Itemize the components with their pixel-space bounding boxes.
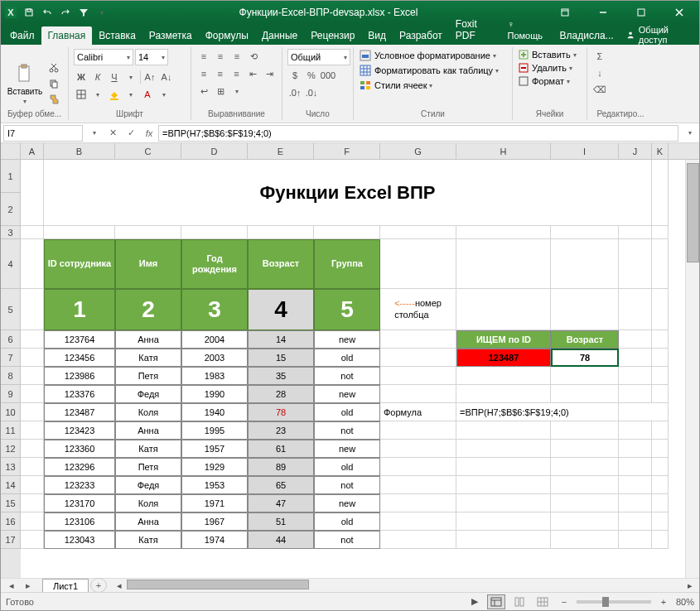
cell[interactable]: 2	[115, 289, 181, 330]
fx-icon[interactable]: fx	[140, 124, 158, 142]
cell[interactable]	[21, 403, 44, 421]
col-header-F[interactable]: F	[314, 143, 380, 159]
hscroll-left[interactable]: ◂	[112, 578, 127, 593]
vertical-scrollbar[interactable]	[685, 160, 699, 578]
cell[interactable]	[456, 531, 551, 549]
cell[interactable]: 2004	[181, 330, 248, 349]
cell[interactable]: 51	[248, 512, 314, 531]
cell[interactable]: Коля	[115, 494, 181, 512]
cell[interactable]: 123233	[44, 476, 115, 494]
cell[interactable]: Год рождения	[181, 239, 248, 289]
row-header[interactable]: 17	[1, 531, 21, 549]
align-center-icon[interactable]: ≡	[213, 66, 228, 81]
cell[interactable]	[380, 330, 456, 349]
cell[interactable]	[380, 440, 456, 458]
qat-more-icon[interactable]: ▾	[94, 4, 110, 21]
cell[interactable]	[380, 421, 456, 440]
cell[interactable]	[652, 440, 669, 458]
cell[interactable]	[21, 440, 44, 458]
cell[interactable]	[21, 531, 44, 549]
cell[interactable]	[21, 226, 44, 239]
undo-icon[interactable]	[39, 4, 56, 21]
cell[interactable]	[551, 476, 619, 494]
cell[interactable]	[551, 494, 619, 512]
cell[interactable]	[652, 512, 669, 531]
cell[interactable]	[619, 421, 652, 440]
cell[interactable]: 65	[248, 476, 314, 494]
cell[interactable]: not	[314, 367, 380, 385]
row-header[interactable]: 2	[1, 193, 21, 226]
row-header[interactable]: 4	[1, 239, 21, 289]
redo-icon[interactable]	[57, 4, 74, 21]
cell[interactable]: Формула	[380, 403, 456, 421]
tab-foxit[interactable]: Foxit PDF	[449, 15, 501, 45]
cell[interactable]: 123170	[44, 494, 115, 512]
clear-icon[interactable]: ⌫	[592, 82, 607, 97]
cell[interactable]: Имя	[115, 239, 181, 289]
cell[interactable]: 1967	[181, 512, 248, 531]
cell[interactable]: 1957	[181, 440, 248, 458]
cell[interactable]	[380, 531, 456, 549]
cell[interactable]: new	[314, 440, 380, 458]
cell[interactable]	[551, 239, 619, 289]
tab-formulas[interactable]: Формулы	[199, 26, 255, 45]
cell[interactable]	[652, 160, 669, 226]
decrease-font-icon[interactable]: A↓	[159, 70, 174, 84]
cell[interactable]	[456, 226, 551, 239]
cell[interactable]: 28	[248, 385, 314, 403]
cell[interactable]: 123764	[44, 330, 115, 349]
cell[interactable]: 123043	[44, 531, 115, 549]
indent-inc-icon[interactable]: ⇥	[262, 66, 277, 81]
cell[interactable]: old	[314, 512, 380, 531]
tab-layout[interactable]: Разметка	[142, 26, 199, 45]
cell[interactable]	[380, 385, 456, 403]
row-header[interactable]: 13	[1, 458, 21, 476]
cell[interactable]	[456, 421, 551, 440]
cell[interactable]	[652, 367, 669, 385]
cell[interactable]: old	[314, 403, 380, 421]
fill-color-icon[interactable]	[107, 87, 122, 102]
cell[interactable]	[551, 512, 619, 531]
tab-home[interactable]: Главная	[41, 26, 93, 45]
cell[interactable]: Катя	[115, 440, 181, 458]
row-header[interactable]: 14	[1, 476, 21, 494]
cell[interactable]	[380, 494, 456, 512]
save-icon[interactable]	[21, 4, 37, 21]
horizontal-scrollbar[interactable]	[127, 580, 683, 591]
cell[interactable]: 15	[248, 349, 314, 367]
cell[interactable]	[652, 226, 669, 239]
cell[interactable]	[652, 531, 669, 549]
cell[interactable]: 1940	[181, 403, 248, 421]
paste-button[interactable]: Вставить▾	[6, 49, 44, 118]
cell[interactable]: 123487	[44, 403, 115, 421]
cell[interactable]: Анна	[115, 512, 181, 531]
cell-styles-button[interactable]: Стили ячеек▾	[359, 79, 507, 92]
cell[interactable]	[619, 458, 652, 476]
indent-dec-icon[interactable]: ⇤	[245, 66, 260, 81]
select-all-corner[interactable]	[1, 143, 21, 159]
cell[interactable]: 5	[314, 289, 380, 330]
cell[interactable]: ID сотрудника	[44, 239, 115, 289]
zoom-out-icon[interactable]: −	[557, 594, 572, 609]
macro-rec-icon[interactable]: ▶	[467, 594, 482, 609]
cell[interactable]	[21, 494, 44, 512]
zoom-level[interactable]: 80%	[676, 597, 694, 607]
cell[interactable]: 123296	[44, 458, 115, 476]
cell[interactable]: Катя	[115, 349, 181, 367]
col-header-J[interactable]: J	[619, 143, 652, 159]
format-as-table-button[interactable]: Форматировать как таблицу▾	[359, 64, 507, 77]
cell[interactable]: 1971	[181, 494, 248, 512]
cell[interactable]	[619, 367, 652, 385]
cell[interactable]	[456, 458, 551, 476]
cell[interactable]: 3	[181, 289, 248, 330]
merge-more[interactable]: ▾	[229, 84, 244, 99]
formula-input[interactable]	[158, 125, 678, 142]
cell[interactable]: 89	[248, 458, 314, 476]
cell[interactable]	[21, 367, 44, 385]
cell[interactable]: 61	[248, 440, 314, 458]
cell[interactable]	[380, 458, 456, 476]
cell[interactable]: old	[314, 349, 380, 367]
sheet-nav-next[interactable]: ▸	[21, 578, 36, 593]
fill-more[interactable]: ▾	[123, 87, 138, 102]
cell[interactable]	[619, 531, 652, 549]
